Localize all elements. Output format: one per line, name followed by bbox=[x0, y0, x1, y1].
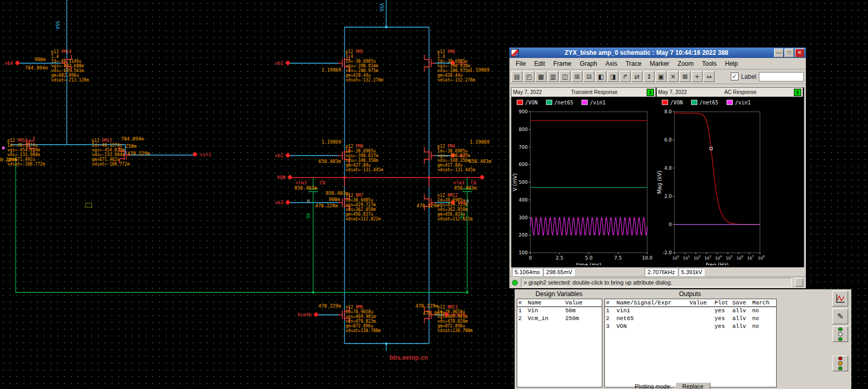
legend-von[interactable]: /VON bbox=[662, 100, 683, 105]
port-label: vin1 bbox=[200, 152, 211, 157]
menu-axis[interactable]: Axis bbox=[601, 60, 622, 68]
device-param: vgs=-454.029m bbox=[92, 148, 129, 152]
menu-trace[interactable]: Trace bbox=[622, 60, 646, 68]
legend-net65[interactable]: /net65 bbox=[546, 100, 573, 105]
menu-frame[interactable]: Frame bbox=[549, 60, 576, 68]
move-trace-icon[interactable]: ↱ bbox=[620, 71, 631, 82]
transistor-pm5[interactable]: p12PM51.4Id=-38.6985uvgs=-398.934mvds=-2… bbox=[346, 50, 383, 82]
table-cell[interactable]: allv bbox=[731, 323, 751, 331]
maximize-button[interactable]: □ bbox=[784, 49, 794, 57]
table-cell[interactable]: yes bbox=[714, 315, 731, 323]
menu-zoom[interactable]: Zoom bbox=[673, 60, 698, 68]
menu-graph[interactable]: Graph bbox=[576, 60, 601, 68]
table-cell[interactable]: 1 bbox=[605, 307, 615, 315]
legend-vin1[interactable]: /vin1 bbox=[727, 100, 751, 105]
design-variables-table[interactable]: #NameValue1Vin50m2Vcm_in250m bbox=[517, 299, 602, 387]
transistor-pm6[interactable]: p12PM61.4Id=-38.6985uvgs=-398.934mvds=-2… bbox=[437, 50, 475, 82]
device-param: vds=-200.975m bbox=[437, 68, 475, 73]
outputs-table[interactable]: #Name/Signal/ExprValuePlotSaveMarch1vin1… bbox=[604, 299, 777, 387]
titlebar[interactable]: ZYX_bishe amp_0 schematic : May 7 10:44:… bbox=[509, 48, 806, 58]
delete-icon[interactable]: ✕ bbox=[668, 71, 679, 82]
transient-plot[interactable]: 90080070060050040030020010002.55.07.510.… bbox=[512, 108, 653, 265]
print-icon[interactable]: ▤ bbox=[512, 71, 522, 82]
transistor-pm10[interactable]: p12PM10Id=-48.1574uvgs=-454.029mvds=-233… bbox=[7, 138, 45, 167]
table-cell[interactable]: yes bbox=[714, 307, 731, 315]
table-cell[interactable]: 1 bbox=[517, 307, 527, 315]
transistor-pm14[interactable]: p12PM141.4Id=-81.3146uvgs=-493.608mvds=-… bbox=[51, 50, 89, 82]
plot-window-icon[interactable] bbox=[833, 291, 848, 307]
table-cell[interactable]: 2 bbox=[605, 315, 615, 323]
slider-icon[interactable]: ↕ bbox=[644, 71, 655, 82]
fit-icon[interactable]: ↔ bbox=[704, 71, 715, 82]
transistor-pm4[interactable]: p12PM4Id=-38.6985uvgs=-398.827mvds=-348.… bbox=[437, 144, 475, 172]
transistor-pm0[interactable]: p12PM0Id=-38.6985uvgs=-398.827mvds=-348.… bbox=[346, 144, 383, 172]
ac-plot[interactable]: 8.06.04.02.00-2.010010110210310410510610… bbox=[657, 108, 802, 265]
table-cell[interactable]: VON bbox=[615, 323, 688, 331]
delete-subwindow-icon[interactable]: ⊟ bbox=[584, 71, 594, 82]
strip-mode-icon[interactable]: ▥ bbox=[548, 71, 558, 82]
graph-title: AC Response bbox=[688, 89, 792, 95]
device-param: gm=428.44u bbox=[437, 73, 475, 78]
table-cell[interactable] bbox=[688, 323, 714, 331]
overlay-mode-icon[interactable]: ◫ bbox=[560, 71, 570, 82]
legend-label: /vin1 bbox=[590, 100, 605, 105]
open-graph-icon[interactable]: ◰ bbox=[524, 71, 534, 82]
transistor-nm7[interactable]: n12NM7Id=38.6985uvgs=429.727mvds=362.058… bbox=[346, 193, 381, 221]
plotting-mode-select[interactable]: Replace bbox=[675, 382, 710, 389]
svg-text:100: 100 bbox=[672, 255, 680, 261]
stop-simulation-icon[interactable] bbox=[833, 356, 848, 371]
grid-icon[interactable]: ▦ bbox=[536, 71, 546, 82]
legend-vin1[interactable]: /vin1 bbox=[581, 100, 605, 105]
table-cell[interactable]: yes bbox=[714, 323, 731, 331]
run-simulation-icon[interactable] bbox=[833, 326, 848, 342]
table-cell[interactable]: allv bbox=[731, 307, 751, 315]
table-cell[interactable]: vin1 bbox=[615, 307, 688, 315]
table-cell[interactable]: net65 bbox=[615, 315, 688, 323]
table-cell[interactable]: 250m bbox=[564, 315, 602, 323]
graph-index-badge[interactable]: 1 bbox=[647, 89, 654, 96]
previous-subwindow-icon[interactable]: ◧ bbox=[596, 71, 607, 82]
table-cell[interactable] bbox=[688, 307, 714, 315]
table-cell[interactable]: no bbox=[751, 307, 776, 315]
menu-file[interactable]: File bbox=[512, 60, 530, 68]
add-subwindow-icon[interactable]: ⊞ bbox=[572, 71, 582, 82]
pan-icon[interactable]: + bbox=[692, 71, 703, 82]
transistor-nm12[interactable]: n12NM12Id=38.6985uvgs=429.727mvds=362.05… bbox=[437, 193, 472, 221]
table-cell[interactable]: no bbox=[751, 315, 776, 323]
table-cell[interactable]: 3 bbox=[605, 323, 615, 331]
table-cell[interactable]: 2 bbox=[517, 315, 527, 323]
close-button[interactable]: ✕ bbox=[795, 49, 804, 57]
device-param: vdsat=-108.772m bbox=[92, 162, 129, 167]
minimize-button[interactable]: — bbox=[774, 49, 783, 57]
table-cell[interactable]: allv bbox=[731, 315, 751, 323]
table-cell[interactable]: 50m bbox=[564, 307, 602, 315]
transistor-nm6[interactable]: n12NM6Id=78.9658uvgs=469.981mvds=470.023… bbox=[346, 305, 381, 333]
column-header: March bbox=[751, 299, 776, 307]
menu-tools[interactable]: Tools bbox=[698, 60, 721, 68]
table-cell[interactable] bbox=[688, 315, 714, 323]
table-cell[interactable]: Vin bbox=[527, 307, 564, 315]
legend-von[interactable]: /VON bbox=[517, 100, 538, 105]
legend-net65[interactable]: /net65 bbox=[691, 100, 718, 105]
menu-edit[interactable]: Edit bbox=[530, 60, 549, 68]
annotate-icon[interactable]: ▣ bbox=[656, 71, 667, 82]
next-subwindow-icon[interactable]: ◨ bbox=[608, 71, 619, 82]
menu-marker[interactable]: Marker bbox=[646, 60, 673, 68]
device-name: PM10 bbox=[17, 138, 27, 143]
graph-index-badge[interactable]: 2 bbox=[794, 89, 801, 96]
zoom-box-icon[interactable]: ⊠ bbox=[680, 71, 691, 82]
net-label-c6: C6 bbox=[471, 181, 477, 185]
table-cell[interactable]: no bbox=[751, 323, 776, 331]
label-input[interactable] bbox=[759, 72, 804, 81]
transistor-pm15[interactable]: p12PM15Id=-48.1574uvgs=-454.029mvds=-233… bbox=[92, 138, 129, 167]
graph-panel-1[interactable]: May 7, 2022 Transient Response 1 /VON/ne… bbox=[512, 88, 656, 265]
menu-help[interactable]: Help bbox=[721, 60, 742, 68]
swap-trace-icon[interactable]: ⇄ bbox=[632, 71, 643, 82]
resize-grip[interactable] bbox=[795, 278, 803, 287]
table-cell[interactable]: Vcm_in bbox=[527, 315, 564, 323]
label-checkbox[interactable]: ✓ bbox=[731, 73, 739, 80]
window-menu-icon[interactable] bbox=[511, 49, 519, 57]
transistor-nm13[interactable]: n12NM13Id=78.9658uvgs=469.981mvds=470.02… bbox=[437, 305, 472, 333]
graph-panel-2[interactable]: May 7, 2022 AC Response 2 /VON/net65/vin… bbox=[657, 88, 803, 265]
edit-icon[interactable]: ✎ bbox=[833, 309, 848, 324]
